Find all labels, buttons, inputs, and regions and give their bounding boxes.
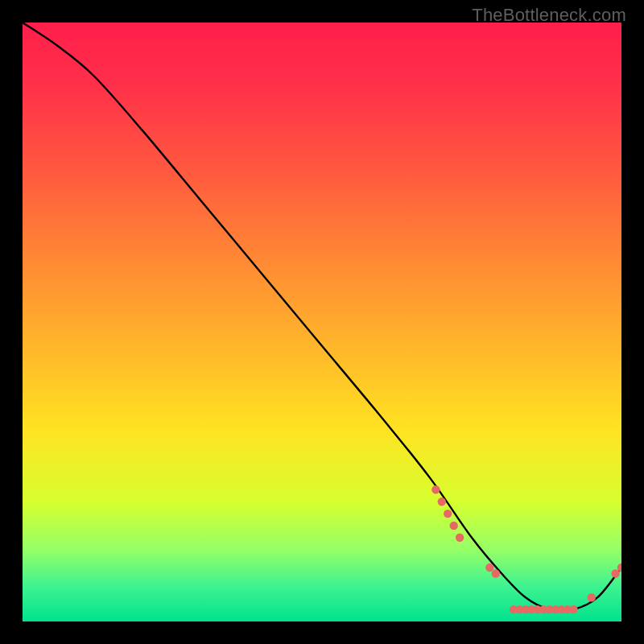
curve-marker [431, 485, 440, 493]
chart-svg [23, 23, 621, 621]
curve-marker [492, 569, 500, 577]
curve-marker [450, 522, 458, 530]
plot-area [23, 23, 621, 621]
chart-frame: TheBottleneck.com [0, 0, 644, 644]
curve-marker [588, 593, 596, 601]
curve-marker [456, 534, 464, 542]
curve-marker [611, 569, 619, 577]
curve-marker [569, 605, 577, 613]
curve-marker [438, 497, 446, 506]
bottleneck-curve-line [23, 23, 621, 611]
curve-markers [431, 485, 621, 613]
curve-marker [485, 564, 493, 572]
curve-marker [444, 510, 452, 518]
